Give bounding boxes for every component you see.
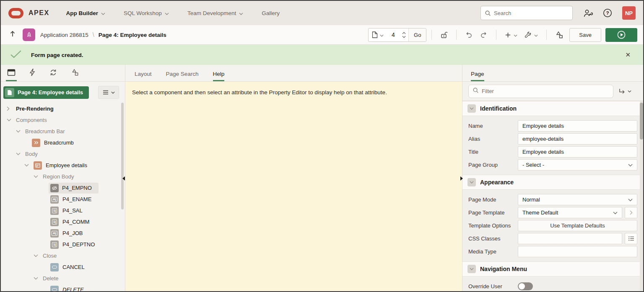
tree-node-breadcrumb[interactable]: Breadcrumb — [1, 137, 125, 148]
breadcrumb-application[interactable]: Application 286815 — [40, 32, 88, 38]
tree-root-page-node[interactable]: Page 4: Employee details — [3, 86, 89, 99]
page-group-select[interactable]: - Select - — [518, 159, 637, 171]
save-button[interactable]: Save — [569, 28, 601, 42]
use-template-defaults-button[interactable]: Use Template Defaults — [518, 220, 637, 231]
chevron-down-icon[interactable] — [34, 175, 39, 178]
center-panel: Layout Page Search Help Select a compone… — [125, 65, 462, 291]
tree-node-p4-job[interactable]: A| P4_JOB — [1, 227, 125, 239]
field-page-group: Page Group - Select - — [468, 158, 637, 171]
tree-node-label: Components — [16, 117, 47, 123]
chevron-down-icon[interactable] — [16, 152, 21, 155]
tab-page-search[interactable]: Page Search — [166, 71, 199, 81]
application-rocket-icon[interactable] — [23, 28, 35, 41]
tab-processing[interactable] — [47, 69, 60, 81]
center-tab-strip: Layout Page Search Help — [125, 65, 462, 82]
edit-template-button[interactable] — [625, 207, 637, 218]
chevron-down-icon — [239, 10, 243, 16]
tree-node-p4-sal[interactable]: 1| P4_SAL — [1, 205, 125, 216]
page-finder-button[interactable] — [369, 28, 387, 41]
section-title: Navigation Menu — [480, 266, 527, 272]
tab-rendering[interactable] — [5, 69, 18, 81]
filter-input[interactable] — [482, 88, 609, 94]
tree-node-p4-deptno[interactable]: 1| P4_DEPTNO — [1, 239, 125, 250]
svg-text:?: ? — [606, 10, 609, 16]
collapse-left-panel-handle[interactable] — [122, 176, 125, 181]
create-menu-button[interactable] — [501, 31, 521, 39]
tree-node-employee-details-region[interactable]: Employee details — [1, 160, 125, 171]
search-icon — [473, 87, 479, 95]
tab-dynamic-actions[interactable] — [27, 68, 38, 81]
nav-gallery[interactable]: Gallery — [262, 10, 280, 16]
close-icon[interactable]: ✕ — [622, 49, 634, 60]
tree-node-delete[interactable]: Delete — [1, 273, 125, 284]
chevron-down-icon[interactable] — [34, 277, 39, 280]
page-template-select[interactable]: Theme Default — [518, 207, 622, 218]
collapse-right-panel-handle[interactable] — [460, 176, 463, 181]
tree-node-delete-button[interactable]: DELETE — [1, 284, 125, 291]
number-item-icon: 1| — [50, 218, 59, 226]
collapse-section-icon[interactable] — [467, 104, 476, 113]
page-number-input[interactable]: 4 — [387, 28, 400, 41]
tree-node-components[interactable]: Components — [1, 114, 125, 126]
help-icon[interactable]: ? — [603, 8, 612, 18]
tree-node-body[interactable]: Body — [1, 148, 125, 160]
css-classes-input[interactable] — [518, 233, 622, 244]
right-scrollbar-thumb[interactable] — [640, 103, 643, 140]
nav-app-builder[interactable]: App Builder — [66, 10, 106, 16]
page-number-stepper[interactable] — [400, 28, 408, 41]
tree-node-p4-ename[interactable]: A| P4_ENAME — [1, 194, 125, 205]
search-input[interactable] — [494, 10, 569, 16]
name-input[interactable] — [518, 120, 637, 132]
override-user-toggle[interactable] — [518, 282, 533, 290]
utilities-menu-button[interactable] — [521, 31, 541, 39]
css-classes-list-icon[interactable] — [625, 233, 637, 244]
nav-label: Gallery — [262, 10, 280, 16]
tree-node-p4-comm[interactable]: 1| P4_COMM — [1, 216, 125, 227]
tree-node-label: P4_ENAME — [62, 196, 91, 202]
tree-node-label: DELETE — [62, 287, 84, 291]
lock-page-icon[interactable] — [437, 31, 451, 39]
tree-node-label: Body — [25, 151, 38, 157]
collapse-section-icon[interactable] — [467, 178, 476, 186]
run-page-button[interactable] — [605, 28, 637, 42]
tree-tab-strip — [1, 65, 125, 82]
left-scrollbar-thumb[interactable] — [121, 103, 124, 209]
tree-node-region-body[interactable]: Region Body — [1, 171, 125, 182]
nav-team-development[interactable]: Team Development — [187, 10, 243, 16]
tree-node-p4-empno[interactable]: P4_EMPNO — [1, 182, 125, 194]
nav-label: App Builder — [66, 10, 99, 16]
title-input[interactable] — [518, 146, 637, 158]
chevron-down-icon[interactable] — [7, 119, 12, 121]
up-to-app-icon[interactable] — [9, 30, 16, 39]
tree-node-cancel-button[interactable]: CANCEL — [1, 261, 125, 273]
chevron-right-icon[interactable] — [7, 106, 12, 111]
tab-help[interactable]: Help — [213, 71, 225, 81]
chevron-down-icon[interactable] — [24, 164, 29, 167]
media-type-input[interactable] — [518, 246, 637, 257]
shared-components-icon[interactable] — [552, 31, 567, 39]
tab-layout[interactable]: Layout — [135, 71, 152, 81]
chevron-down-icon[interactable] — [34, 254, 39, 257]
chevron-down-icon[interactable] — [16, 130, 21, 133]
undo-icon[interactable] — [462, 31, 476, 39]
tree-menu-button[interactable] — [98, 86, 119, 99]
alias-input[interactable] — [518, 133, 637, 145]
user-avatar[interactable]: NP — [622, 6, 636, 20]
tab-page-shared-components[interactable] — [69, 68, 81, 81]
collapse-section-icon[interactable] — [467, 265, 476, 273]
tree-node-breadcrumb-bar[interactable]: Breadcrumb Bar — [1, 126, 125, 137]
tab-page[interactable]: Page — [471, 71, 484, 81]
number-item-icon: 1| — [50, 207, 59, 215]
page-mode-select[interactable]: Normal — [518, 194, 637, 205]
tree-node-close[interactable]: Close — [1, 250, 125, 261]
go-button[interactable]: Go — [408, 28, 426, 41]
page-selector-group: 4 Go — [368, 28, 426, 42]
go-to-group-icon[interactable] — [618, 88, 637, 94]
toolbar-actions: 4 Go — [368, 28, 637, 42]
tree-node-pre-rendering[interactable]: Pre-Rendering — [1, 103, 125, 114]
nav-sql-workshop[interactable]: SQL Workshop — [124, 10, 169, 16]
shapes-icon — [71, 68, 79, 76]
admin-tools-icon[interactable] — [583, 9, 593, 18]
chevron-down-icon — [613, 209, 618, 216]
redo-icon[interactable] — [476, 31, 491, 39]
